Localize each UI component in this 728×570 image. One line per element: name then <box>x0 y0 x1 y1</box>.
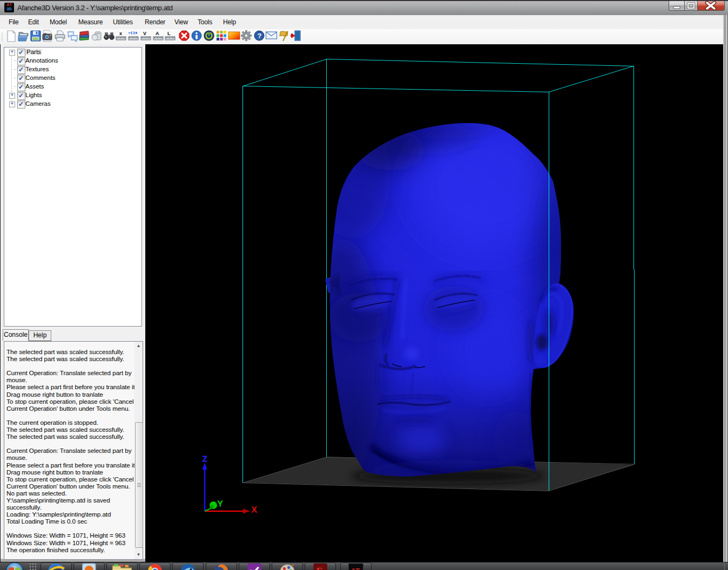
svg-text:V: V <box>143 31 146 36</box>
svg-text:F: F <box>316 565 322 570</box>
svg-text:?: ? <box>258 32 262 40</box>
svg-text:Z: Z <box>203 454 207 463</box>
svg-text:X: X <box>252 505 257 514</box>
svg-text:Y: Y <box>218 499 223 508</box>
svg-text:A: A <box>156 31 159 36</box>
svg-text:L: L <box>167 31 171 36</box>
svg-text:AT: AT <box>350 567 360 570</box>
svg-text:x: x <box>119 31 122 36</box>
